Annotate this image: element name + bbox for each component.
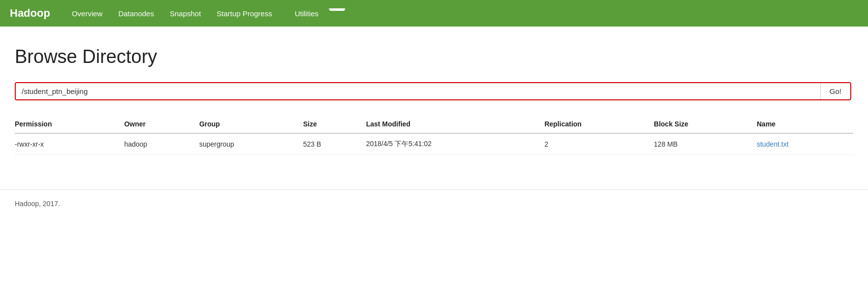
col-name: Name <box>757 115 853 133</box>
page-title: Browse Directory <box>15 46 853 67</box>
main-content: Browse Directory Go! Permission Owner Gr… <box>0 27 868 170</box>
nav-links: Overview Datanodes Snapshot Startup Prog… <box>65 1 353 26</box>
go-button[interactable]: Go! <box>820 83 850 99</box>
nav-link-utilities[interactable]: Utilities <box>281 1 353 26</box>
nav-brand[interactable]: Hadoop <box>10 7 50 20</box>
cell-group: supergroup <box>199 133 303 155</box>
table-body: -rwxr-xr-x hadoop supergroup 523 B 2018/… <box>15 133 853 155</box>
nav-item-startup-progress: Startup Progress <box>210 5 279 22</box>
col-owner: Owner <box>124 115 199 133</box>
nav-item-datanodes: Datanodes <box>111 5 161 22</box>
col-block-size: Block Size <box>654 115 757 133</box>
nav-link-overview[interactable]: Overview <box>65 5 110 22</box>
path-bar: Go! <box>15 82 851 100</box>
cell-permission: -rwxr-xr-x <box>15 133 124 155</box>
cell-owner: hadoop <box>124 133 199 155</box>
file-link[interactable]: student.txt <box>757 140 789 148</box>
col-last-modified: Last Modified <box>366 115 545 133</box>
cell-size: 523 B <box>303 133 366 155</box>
col-replication: Replication <box>544 115 653 133</box>
cell-last-modified: 2018/4/5 下午5:41:02 <box>366 133 545 155</box>
nav-link-datanodes[interactable]: Datanodes <box>111 5 161 22</box>
directory-table: Permission Owner Group Size Last Modifie… <box>15 115 853 155</box>
dropdown-caret-icon <box>328 8 346 19</box>
footer-text: Hadoop, 2017. <box>15 200 60 208</box>
nav-item-snapshot: Snapshot <box>163 5 208 22</box>
footer: Hadoop, 2017. <box>0 189 868 217</box>
navbar: Hadoop Overview Datanodes Snapshot Start… <box>0 0 868 27</box>
nav-item-overview: Overview <box>65 5 110 22</box>
nav-item-utilities: Utilities <box>281 1 353 26</box>
cell-block-size: 128 MB <box>654 133 757 155</box>
col-size: Size <box>303 115 366 133</box>
path-input[interactable] <box>16 83 820 99</box>
col-permission: Permission <box>15 115 124 133</box>
nav-link-startup-progress[interactable]: Startup Progress <box>210 5 279 22</box>
table-header-row: Permission Owner Group Size Last Modifie… <box>15 115 853 133</box>
table-row: -rwxr-xr-x hadoop supergroup 523 B 2018/… <box>15 133 853 155</box>
col-group: Group <box>199 115 303 133</box>
cell-name: student.txt <box>757 133 853 155</box>
cell-replication: 2 <box>544 133 653 155</box>
table-header: Permission Owner Group Size Last Modifie… <box>15 115 853 133</box>
nav-link-snapshot[interactable]: Snapshot <box>163 5 208 22</box>
